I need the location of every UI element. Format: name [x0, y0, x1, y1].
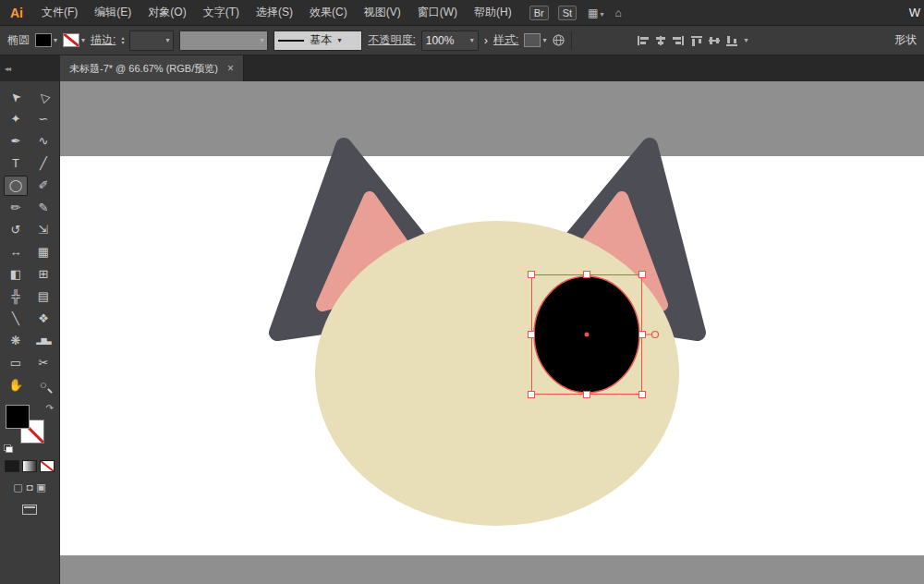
arrange-documents-icon[interactable]: ▦▾: [588, 6, 603, 19]
tool-paintbrush[interactable]: ✐: [31, 176, 55, 196]
bridge-button[interactable]: Br: [529, 6, 549, 20]
document-setup-globe-icon[interactable]: [552, 33, 565, 47]
menu-object[interactable]: 对象(O): [140, 5, 194, 20]
stroke-panel-link[interactable]: 描边:: [91, 32, 116, 48]
document-tab-strip: ◂◂ 未标题-7* @ 66.67% (RGB/预览) ×: [0, 55, 924, 81]
tool-line-segment[interactable]: ╱: [31, 153, 55, 174]
divider: [571, 31, 572, 50]
tab-close-icon[interactable]: ×: [227, 62, 234, 75]
tool-shaper[interactable]: ✎: [31, 198, 55, 218]
color-button[interactable]: [5, 460, 19, 472]
align-bottom-icon[interactable]: [725, 35, 738, 46]
draw-behind-icon[interactable]: ◘: [27, 481, 33, 493]
menu-window[interactable]: 窗口(W): [409, 5, 466, 20]
tool-selection[interactable]: ➤: [0, 81, 31, 113]
opacity-panel-link[interactable]: 不透明度:: [368, 32, 415, 48]
align-right-icon[interactable]: [672, 35, 685, 46]
align-center-icon[interactable]: [654, 35, 667, 46]
tool-ellipse[interactable]: ◯: [4, 176, 28, 196]
tool-rotate[interactable]: ↺: [4, 220, 28, 240]
menu-help[interactable]: 帮助(H): [466, 5, 520, 20]
fill-color-well[interactable]: [6, 405, 30, 429]
panel-flyout-arrow-icon[interactable]: ›: [484, 33, 488, 47]
canvas-area[interactable]: [60, 81, 924, 584]
tool-curvature[interactable]: ∿: [31, 131, 55, 152]
tool-pencil[interactable]: ✏: [4, 198, 28, 218]
stroke-weight-stepper[interactable]: ▴ ▾: [121, 36, 124, 45]
tool-blend[interactable]: ❖: [31, 309, 55, 329]
globe-icon: [552, 33, 565, 47]
screen-mode-button[interactable]: [22, 505, 37, 515]
tool-artboard[interactable]: ▭: [4, 353, 28, 373]
chevron-down-icon: ▾: [54, 36, 57, 44]
none-button[interactable]: [40, 460, 55, 472]
stroke-color-dropdown[interactable]: ▾: [63, 33, 85, 47]
tool-column-graph[interactable]: ▂▆▃: [31, 331, 55, 351]
menu-select[interactable]: 选择(S): [248, 5, 301, 20]
tool-perspective-grid[interactable]: ⊞: [31, 264, 55, 285]
tool-width[interactable]: ↔: [4, 242, 28, 262]
opacity-combo[interactable]: 100% ▾: [421, 30, 479, 51]
tool-mesh[interactable]: ╬: [4, 286, 28, 307]
chevron-down-icon: ▾: [542, 36, 546, 44]
chevron-down-icon: ▾: [81, 36, 85, 44]
graphic-style-swatch: [524, 33, 541, 47]
tool-type[interactable]: T: [4, 153, 28, 174]
stepper-down-icon[interactable]: ▾: [121, 41, 124, 45]
menu-type[interactable]: 文字(T): [195, 5, 248, 20]
app-logo-icon[interactable]: Ai: [0, 6, 33, 20]
gradient-button[interactable]: [22, 460, 37, 472]
tool-symbol-sprayer[interactable]: ❋: [4, 331, 28, 351]
chevron-down-icon: ▾: [600, 10, 603, 18]
menu-view[interactable]: 视图(V): [356, 5, 409, 20]
swap-fill-stroke-icon[interactable]: ↷: [46, 403, 54, 413]
default-fill-stroke-icon[interactable]: [4, 444, 13, 453]
handle-middle-left[interactable]: [529, 332, 535, 338]
fill-color-dropdown[interactable]: ▾: [35, 33, 57, 47]
handle-top-center[interactable]: [584, 272, 590, 278]
handle-bottom-center[interactable]: [584, 392, 590, 398]
align-top-icon[interactable]: [690, 35, 703, 46]
workspace-switcher-icon[interactable]: ⌂: [614, 6, 621, 19]
tool-eyedropper[interactable]: ╲: [4, 309, 28, 329]
graphic-style-dropdown[interactable]: ▾: [524, 33, 546, 47]
chevron-down-icon: ▾: [337, 36, 341, 44]
brush-definition-dropdown[interactable]: 基本 ▾: [274, 30, 362, 51]
handle-middle-right[interactable]: [639, 332, 646, 338]
menu-edit[interactable]: 编辑(E): [86, 5, 140, 20]
handle-bottom-left[interactable]: [529, 392, 535, 398]
tool-lasso[interactable]: ∽: [31, 109, 55, 129]
tool-free-transform[interactable]: ▦: [31, 242, 55, 262]
tool-direct-selection[interactable]: △: [28, 81, 59, 113]
tool-scale[interactable]: ⇲: [31, 220, 55, 240]
selection-center-point[interactable]: [585, 333, 590, 337]
brush-style-value: 基本: [310, 32, 332, 48]
handle-bottom-right[interactable]: [639, 392, 646, 398]
handle-top-right[interactable]: [639, 272, 646, 278]
workspace-label[interactable]: W: [909, 6, 920, 19]
align-middle-icon[interactable]: [708, 35, 721, 46]
grid-icon: ▦: [588, 6, 598, 19]
stock-button[interactable]: St: [558, 6, 577, 20]
tool-pen[interactable]: ✒: [4, 131, 28, 152]
draw-inside-icon[interactable]: ▣: [36, 481, 45, 493]
style-panel-link[interactable]: 样式:: [493, 32, 518, 48]
stroke-weight-combo[interactable]: ▾: [129, 30, 174, 51]
align-objects-group: [637, 35, 685, 46]
menu-effect[interactable]: 效果(C): [301, 5, 356, 20]
tool-hand[interactable]: ✋: [4, 375, 28, 395]
align-options-dropdown-icon[interactable]: ▾: [744, 36, 748, 44]
document-tab-title: 未标题-7* @ 66.67% (RGB/预览): [69, 62, 218, 76]
width-profile-dropdown[interactable]: ▾: [179, 30, 268, 51]
tool-zoom[interactable]: ○: [31, 375, 55, 395]
tool-slice[interactable]: ✂: [31, 353, 55, 373]
document-tab[interactable]: 未标题-7* @ 66.67% (RGB/预览) ×: [60, 55, 244, 81]
tool-shape-builder[interactable]: ◧: [4, 264, 28, 285]
menu-file[interactable]: 文件(F): [33, 5, 86, 20]
align-left-icon[interactable]: [637, 35, 650, 46]
shape-panel-label[interactable]: 形状: [894, 32, 917, 48]
tool-gradient[interactable]: ▤: [31, 286, 55, 307]
handle-top-left[interactable]: [529, 272, 535, 278]
toolbar-collapse-button[interactable]: ◂◂: [0, 55, 60, 81]
draw-normal-icon[interactable]: ▢: [13, 481, 22, 493]
